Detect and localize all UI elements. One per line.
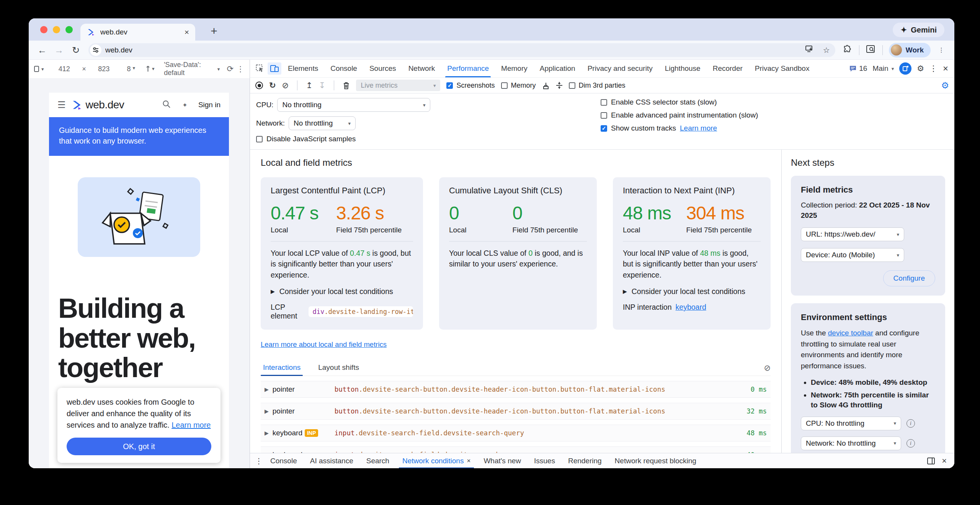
interaction-row[interactable]: ▶ keyboard INP input.devsite-search-fiel… (261, 425, 771, 441)
profile-chip[interactable]: Work (889, 43, 931, 57)
lcp-test-conditions-toggle[interactable]: ▶ Consider your local test conditions (271, 287, 413, 296)
clear-interactions-icon[interactable]: ⊘ (764, 363, 771, 373)
tab-recorder[interactable]: Recorder (707, 60, 748, 77)
site-brand[interactable]: web.dev (71, 99, 155, 111)
close-drawer-icon[interactable]: × (942, 456, 947, 466)
devtools-settings-gear-icon[interactable]: ⚙ (917, 64, 924, 73)
viewport-height[interactable]: 823 (98, 65, 109, 73)
tab-interactions[interactable]: Interactions (261, 360, 303, 376)
reload-button[interactable]: ↻ (69, 45, 83, 56)
device-toolbar-link[interactable]: device toolbar (828, 329, 873, 337)
throttle-select[interactable]: ▾ (146, 66, 155, 72)
cpu-throttling-select[interactable]: No throttling▾ (277, 98, 430, 112)
clear-icon[interactable]: ⊘ (282, 81, 289, 90)
custom-tracks-learn-more-link[interactable]: Learn more (680, 124, 717, 132)
inp-interaction-link[interactable]: keyboard (676, 303, 706, 312)
disable-js-samples-checkbox[interactable]: Disable JavaScript samples (256, 135, 601, 143)
paint-instrumentation-checkbox[interactable]: Enable advanced paint instrumentation (s… (601, 111, 758, 119)
drawer-tab-network-conditions[interactable]: Network conditions× (396, 453, 477, 469)
tab-elements[interactable]: Elements (282, 60, 324, 77)
maximize-window-button[interactable] (65, 26, 73, 33)
env-network-select[interactable]: Network: No throttling▾ (801, 436, 901, 450)
cpu-info-icon[interactable]: i (906, 419, 915, 428)
record-icon[interactable] (255, 82, 263, 89)
field-url-select[interactable]: URL: https://web.dev/▾ (801, 227, 904, 241)
dock-drawer-icon[interactable] (927, 458, 935, 464)
sign-in-link[interactable]: Sign in (198, 101, 220, 109)
site-settings-icon[interactable] (90, 44, 101, 56)
theme-toggle-icon[interactable]: ✦ (178, 101, 191, 109)
browser-tab[interactable]: web.dev × (80, 24, 195, 41)
drawer-tab-whats-new[interactable]: What's new (477, 453, 528, 469)
forward-button[interactable]: → (52, 45, 66, 56)
tab-lighthouse[interactable]: Lighthouse (659, 60, 706, 77)
lcp-element-chip[interactable]: div.devsite-landing-row-item-d… (309, 306, 413, 317)
close-window-button[interactable] (40, 26, 47, 33)
interaction-row[interactable]: ▶ pointer button.devsite-search-button.d… (261, 403, 771, 420)
device-select[interactable]: ▾ (34, 66, 44, 72)
cookie-ok-button[interactable]: OK, got it (67, 438, 211, 455)
tab-layout-shifts[interactable]: Layout shifts (316, 360, 361, 376)
tab-memory[interactable]: Memory (495, 60, 533, 77)
browser-menu-icon[interactable]: ⋮ (934, 46, 948, 54)
field-metrics-learn-more-link[interactable]: Learn more about local and field metrics (261, 340, 387, 349)
devtools-close-icon[interactable]: × (943, 63, 948, 74)
custom-tracks-checkbox[interactable]: ✓Show custom tracks Learn more (601, 124, 758, 132)
back-button[interactable]: ← (35, 45, 49, 56)
side-search-icon[interactable] (864, 45, 878, 55)
viewport-width[interactable]: 412 (59, 65, 70, 73)
main-context-select[interactable]: Main▾ (872, 64, 894, 73)
drawer-tab-ai-assistance[interactable]: AI assistance (304, 453, 360, 469)
record-reload-icon[interactable]: ↻ (269, 81, 276, 90)
interaction-row[interactable]: ▶ keyboard input.devsite-search-field.de… (261, 446, 771, 453)
tab-privacy-sandbox[interactable]: Privacy Sandbox (749, 60, 815, 77)
tab-privacy-security[interactable]: Privacy and security (582, 60, 658, 77)
address-bar[interactable]: web.dev ☆ (88, 43, 835, 57)
load-profile-icon[interactable]: ↥ (306, 81, 313, 90)
screenshots-checkbox[interactable]: ✓Screenshots (446, 82, 495, 90)
close-drawer-tab-icon[interactable]: × (467, 457, 470, 465)
devtools-menu-icon[interactable]: ⋮ (929, 64, 938, 73)
configure-button[interactable]: Configure (883, 270, 935, 286)
save-profile-icon[interactable]: ↧ (319, 81, 326, 90)
drawer-tab-console[interactable]: Console (264, 453, 304, 469)
collect-garbage-icon[interactable] (343, 82, 350, 90)
bookmark-star-icon[interactable]: ☆ (820, 46, 833, 55)
device-toolbar-toggle-icon[interactable] (268, 62, 281, 75)
memory-checkbox[interactable]: Memory (501, 82, 536, 90)
drawer-tab-network-request-blocking[interactable]: Network request blocking (608, 453, 703, 469)
capture-settings-gear-icon[interactable]: ⚙ (941, 80, 949, 91)
network-throttling-select[interactable]: No throttling▾ (289, 116, 356, 130)
tab-sources[interactable]: Sources (364, 60, 402, 77)
console-messages-count[interactable]: 16 (849, 64, 867, 73)
expand-triangle-icon[interactable]: ▶ (265, 386, 269, 392)
minimize-window-button[interactable] (53, 26, 60, 33)
expand-triangle-icon[interactable]: ▶ (265, 430, 269, 436)
rotate-device-icon[interactable]: ⟳ (227, 64, 234, 74)
zoom-select[interactable]: 8▾ (127, 65, 135, 73)
emulation-status-icon[interactable] (899, 62, 911, 75)
drawer-tab-issues[interactable]: Issues (528, 453, 562, 469)
annotations-brush-icon[interactable] (542, 82, 550, 89)
gemini-chip[interactable]: ✦ Gemini (893, 23, 944, 37)
tab-application[interactable]: Application (534, 60, 581, 77)
save-data-select[interactable]: 'Save-Data': default▾ (164, 61, 220, 77)
network-info-icon[interactable]: i (906, 439, 915, 448)
history-select[interactable]: Live metrics▾ (356, 80, 440, 91)
install-icon[interactable] (803, 45, 816, 55)
cookie-learn-more-link[interactable]: Learn more (172, 421, 211, 429)
expand-triangle-icon[interactable]: ▶ (265, 408, 269, 414)
search-icon[interactable] (160, 100, 173, 110)
drawer-tab-rendering[interactable]: Rendering (562, 453, 608, 469)
device-toolbar-menu-icon[interactable]: ⋮ (237, 64, 244, 74)
extensions-icon[interactable] (841, 45, 854, 55)
drawer-menu-icon[interactable]: ⋮ (254, 456, 264, 466)
window-controls[interactable] (40, 26, 73, 33)
track-config-icon[interactable] (556, 82, 563, 89)
css-selector-stats-checkbox[interactable]: Enable CSS selector stats (slow) (601, 98, 758, 106)
env-cpu-select[interactable]: CPU: No throttling▾ (801, 417, 901, 430)
interaction-row[interactable]: ▶ pointer button.devsite-search-button.d… (261, 381, 771, 398)
inspect-element-icon[interactable] (253, 62, 267, 75)
new-tab-button[interactable]: + (207, 25, 221, 38)
tab-network[interactable]: Network (403, 60, 441, 77)
